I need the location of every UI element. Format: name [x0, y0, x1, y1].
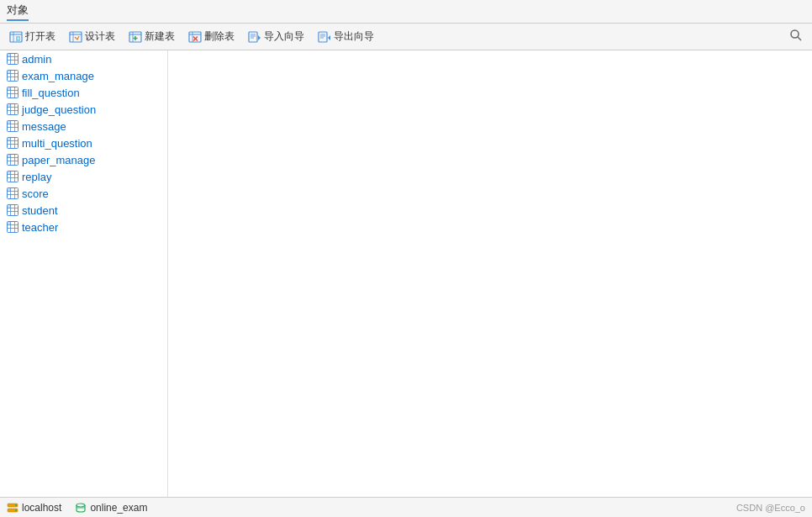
title-bar-label: 对象: [7, 3, 29, 21]
table-list-item[interactable]: replay: [0, 168, 167, 185]
database-icon: [75, 502, 87, 514]
table-grid-icon: [7, 187, 18, 199]
table-grid-icon: [7, 137, 18, 149]
svg-rect-95: [8, 222, 11, 225]
svg-point-97: [15, 504, 17, 506]
table-item-name: score: [22, 187, 49, 200]
svg-rect-53: [8, 104, 11, 108]
export-wizard-icon: [318, 30, 331, 44]
search-button[interactable]: [783, 26, 809, 47]
svg-rect-47: [8, 87, 11, 91]
table-list-item[interactable]: judge_question: [0, 101, 167, 118]
server-status: localhost: [7, 502, 61, 514]
open-table-icon: [9, 30, 23, 44]
import-wizard-button[interactable]: 导入向导: [242, 27, 310, 46]
table-grid-icon: [7, 204, 18, 216]
svg-rect-41: [8, 71, 11, 74]
delete-table-label: 删除表: [204, 29, 235, 44]
svg-rect-18: [249, 32, 257, 42]
table-item-name: judge_question: [22, 103, 96, 116]
table-grid-icon: [7, 53, 18, 65]
server-icon: [7, 502, 18, 514]
table-item-name: admin: [22, 53, 51, 66]
table-list-item[interactable]: fill_question: [0, 84, 167, 101]
export-wizard-button[interactable]: 导出向导: [312, 27, 380, 46]
svg-rect-23: [319, 32, 327, 42]
table-grid-icon: [7, 70, 18, 82]
import-wizard-label: 导入向导: [264, 29, 304, 44]
table-list-item[interactable]: paper_manage: [0, 151, 167, 168]
new-table-button[interactable]: 新建表: [123, 27, 181, 46]
import-wizard-icon: [248, 30, 261, 44]
table-grid-icon: [7, 103, 18, 115]
open-table-button[interactable]: 打开表: [3, 27, 61, 46]
table-list-item[interactable]: message: [0, 118, 167, 135]
status-bar: localhost online_exam CSDN @Ecco_o: [0, 497, 812, 517]
search-icon: [789, 29, 803, 42]
table-item-name: exam_manage: [22, 70, 94, 82]
open-table-label: 打开表: [25, 29, 55, 44]
svg-marker-27: [328, 35, 330, 40]
export-wizard-label: 导出向导: [334, 29, 374, 44]
table-grid-icon: [7, 87, 18, 98]
table-grid-icon: [7, 154, 18, 166]
table-list-item[interactable]: multi_question: [0, 135, 167, 151]
table-item-name: replay: [22, 171, 51, 183]
table-item-name: message: [22, 120, 66, 133]
database-label: online_exam: [90, 502, 147, 514]
svg-line-29: [798, 37, 801, 40]
table-list-item[interactable]: student: [0, 202, 167, 219]
main-area: admin exam_manage fill_question judge_qu…: [0, 50, 812, 497]
svg-rect-77: [8, 171, 11, 175]
design-table-label: 设计表: [85, 29, 115, 44]
table-grid-icon: [7, 171, 18, 182]
svg-rect-71: [8, 155, 11, 158]
delete-table-icon: [188, 30, 202, 44]
table-list-item[interactable]: teacher: [0, 219, 167, 235]
title-bar: 对象: [0, 0, 812, 24]
table-list-item[interactable]: exam_manage: [0, 67, 167, 84]
content-area: [168, 50, 812, 497]
svg-point-99: [15, 509, 17, 511]
svg-rect-13: [189, 32, 201, 42]
table-item-name: student: [22, 204, 58, 217]
svg-marker-22: [258, 35, 261, 40]
table-item-name: teacher: [22, 221, 58, 234]
table-item-name: paper_manage: [22, 154, 95, 166]
table-grid-icon: [7, 120, 18, 132]
database-status: online_exam: [75, 502, 147, 514]
svg-rect-83: [8, 188, 11, 192]
table-grid-icon: [7, 221, 18, 233]
design-table-button[interactable]: 设计表: [63, 27, 121, 46]
new-table-label: 新建表: [145, 29, 175, 44]
table-item-name: fill_question: [22, 87, 80, 99]
table-list: admin exam_manage fill_question judge_qu…: [0, 50, 168, 497]
server-label: localhost: [22, 502, 61, 514]
delete-table-button[interactable]: 删除表: [182, 27, 240, 46]
svg-rect-5: [70, 32, 82, 42]
table-list-item[interactable]: score: [0, 185, 167, 202]
toolbar: 打开表 设计表 新建表 删除表: [0, 24, 812, 50]
watermark: CSDN @Ecco_o: [736, 503, 805, 513]
svg-rect-35: [8, 54, 11, 57]
svg-rect-65: [8, 138, 11, 141]
design-table-icon: [69, 30, 82, 44]
svg-rect-59: [8, 121, 11, 124]
table-item-name: multi_question: [22, 137, 92, 150]
new-table-icon: [129, 30, 142, 44]
table-list-item[interactable]: admin: [0, 50, 167, 67]
svg-rect-89: [8, 205, 11, 208]
svg-point-100: [76, 504, 85, 507]
svg-point-28: [791, 30, 799, 38]
